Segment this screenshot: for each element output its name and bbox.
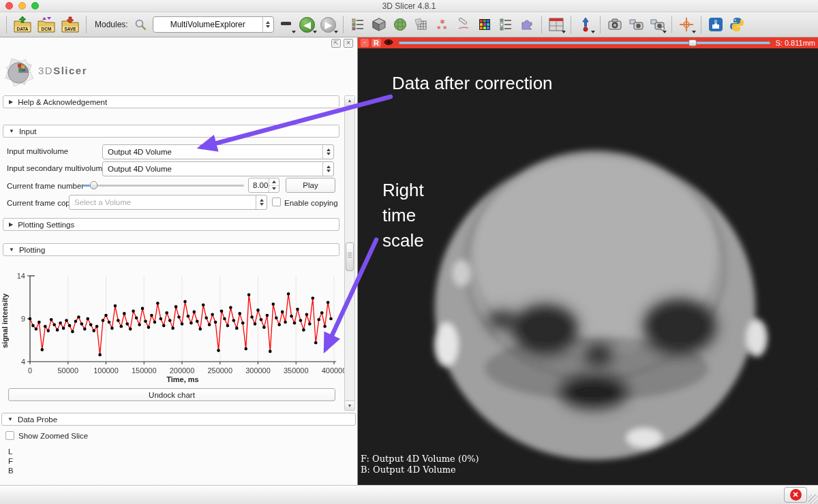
toolbar-separator xyxy=(571,16,571,33)
input-secondary-value: Output 4D Volume xyxy=(103,165,322,173)
enable-copying-checkbox[interactable] xyxy=(272,198,281,206)
foreground-volume-label: F: Output 4D Volume (0%) xyxy=(361,454,479,464)
module-tree-icon[interactable] xyxy=(349,16,367,33)
slice-visibility-eye-icon[interactable] xyxy=(384,37,393,49)
python-console-icon[interactable] xyxy=(728,16,746,33)
signal-intensity-chart: 0500001000001500002000002500003000003500… xyxy=(0,268,344,385)
module-list-icon[interactable] xyxy=(497,16,515,33)
volume-rendering-icon[interactable] xyxy=(370,16,388,33)
transforms-icon[interactable] xyxy=(412,16,430,33)
crosshair-icon[interactable] xyxy=(678,16,695,33)
module-search-icon[interactable] xyxy=(132,16,149,33)
slice-orientation-label[interactable]: R xyxy=(372,39,381,47)
annotation-data-after-correction: Data after correction xyxy=(392,73,553,94)
section-plotting[interactable]: ▼ Plotting xyxy=(3,243,339,256)
svg-text:✱: ✱ xyxy=(443,25,447,30)
frame-number-slider[interactable] xyxy=(83,180,244,190)
section-data-probe[interactable]: ▼ Data Probe xyxy=(1,413,356,426)
probe-line-f: F xyxy=(8,457,13,465)
module-panel: ⇱ ✕ 3DSlicer ▶ Help & A xyxy=(0,37,358,485)
svg-text:✱: ✱ xyxy=(440,18,445,25)
load-data-label: DATA xyxy=(16,27,28,31)
sceneview-restore-icon[interactable] xyxy=(648,16,666,33)
title-bar: 3D Slicer 4.8.1 xyxy=(0,0,818,12)
undock-panel-icon[interactable]: ⇱ xyxy=(331,39,341,48)
slicer-logo xyxy=(3,56,35,91)
extensions-icon[interactable] xyxy=(518,16,536,33)
error-log-button[interactable]: ✕ xyxy=(784,487,807,503)
section-plotting-settings[interactable]: ▶ Plotting Settings xyxy=(3,218,339,231)
module-selector-value: MultiVolumeExplorer xyxy=(153,20,262,29)
svg-text:350000: 350000 xyxy=(284,366,309,375)
window-title: 3D Slicer 4.8.1 xyxy=(0,1,818,11)
slicer-logo-text: 3DSlicer xyxy=(38,65,87,76)
resize-grip[interactable] xyxy=(808,494,818,504)
svg-text:9: 9 xyxy=(21,315,25,323)
module-selector[interactable]: MultiVolumeExplorer xyxy=(153,16,274,33)
combo-arrows-icon xyxy=(256,195,267,209)
markups-icon[interactable]: ✱✱✱ xyxy=(434,16,451,33)
slider-handle[interactable] xyxy=(90,181,97,189)
error-icon: ✕ xyxy=(790,489,802,501)
section-label: Input xyxy=(19,127,37,136)
load-dicom-label: DCM xyxy=(42,27,52,31)
expanded-arrow-icon: ▼ xyxy=(9,247,14,253)
section-input[interactable]: ▼ Input xyxy=(3,125,339,138)
frame-number-label: Current frame number xyxy=(7,182,84,190)
toolbar-separator xyxy=(671,16,672,33)
combo-arrows-icon xyxy=(322,162,333,176)
background-volume-label: B: Output 4D Volume xyxy=(361,464,456,475)
load-dicom-button[interactable]: DCM xyxy=(36,15,57,34)
slice-offset-label: S: 0.811mm xyxy=(776,39,816,47)
play-button[interactable]: Play xyxy=(286,178,335,193)
slice-offset-slider[interactable] xyxy=(399,40,770,46)
expanded-arrow-icon: ▼ xyxy=(9,128,14,134)
annotations-icon[interactable] xyxy=(455,16,472,33)
module-history-icon[interactable] xyxy=(277,16,295,33)
screenshot-icon[interactable] xyxy=(606,16,624,33)
mouse-mode-icon[interactable] xyxy=(577,16,594,33)
input-secondary-combo[interactable]: Output 4D Volume xyxy=(102,161,334,176)
status-bar: ✕ xyxy=(0,485,818,504)
collapsed-arrow-icon: ▶ xyxy=(9,99,13,105)
frame-copy-combo[interactable]: Select a Volume xyxy=(69,195,267,210)
section-help-acknowledgement[interactable]: ▶ Help & Acknowledgement xyxy=(3,95,339,108)
back-icon[interactable]: ◀ xyxy=(299,16,316,33)
forward-icon[interactable]: ▶ xyxy=(320,16,337,33)
layout-selector-icon[interactable] xyxy=(547,16,565,33)
chart-series xyxy=(29,292,333,356)
input-multivolume-combo[interactable]: Output 4D Volume xyxy=(102,144,334,159)
spinbox-arrows[interactable] xyxy=(269,178,279,192)
mri-axial-slice-image[interactable] xyxy=(358,48,818,485)
combo-arrows-icon xyxy=(322,145,333,159)
extensions-manager-icon[interactable] xyxy=(707,16,725,33)
input-secondary-label: Input secondary multivolume xyxy=(7,164,106,172)
scroll-down-icon[interactable]: ▼ xyxy=(345,400,354,410)
scrollbar-thumb[interactable] xyxy=(346,242,354,271)
slice-offset-handle[interactable] xyxy=(688,40,697,46)
input-multivolume-value: Output 4D Volume xyxy=(103,148,322,156)
save-button[interactable]: SAVE xyxy=(60,15,80,34)
sceneview-capture-icon[interactable] xyxy=(627,16,645,33)
section-label: Plotting xyxy=(19,246,45,254)
frame-number-spinbox[interactable]: 8.00 xyxy=(248,178,279,193)
panel-scrollbar[interactable]: ▲ ▼ xyxy=(344,95,355,411)
load-data-button[interactable]: DATA xyxy=(12,15,33,34)
show-zoomed-slice-checkbox[interactable] xyxy=(5,431,14,440)
colors-icon[interactable] xyxy=(476,16,494,33)
close-panel-icon[interactable]: ✕ xyxy=(344,39,353,48)
models-icon[interactable] xyxy=(391,16,409,33)
undock-chart-button[interactable]: Undock chart xyxy=(8,388,335,401)
svg-text:200000: 200000 xyxy=(170,366,195,375)
main-toolbar: DATA DCM SAVE Modules: xyxy=(0,12,818,37)
scroll-up-icon[interactable]: ▲ xyxy=(345,96,354,106)
collapsed-arrow-icon: ▶ xyxy=(9,221,13,227)
red-slice-controls-bar: - R S: 0.811mm xyxy=(358,37,818,48)
svg-text:50000: 50000 xyxy=(57,366,78,375)
slice-pin-icon[interactable]: - xyxy=(361,39,369,47)
svg-text:14: 14 xyxy=(17,272,25,280)
red-slice-view[interactable]: - R S: 0.811mm xyxy=(358,37,818,485)
toolbar-separator xyxy=(6,16,7,33)
toolbar-separator xyxy=(86,16,87,33)
section-label: Help & Acknowledgement xyxy=(18,98,107,106)
